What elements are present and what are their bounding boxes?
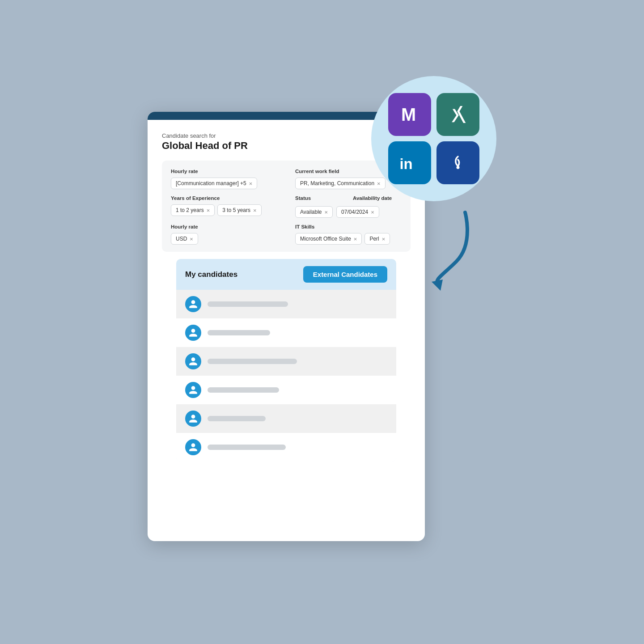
platform-monster[interactable]: M bbox=[388, 93, 431, 136]
indeed-icon bbox=[446, 151, 470, 174]
candidate-row bbox=[176, 318, 396, 347]
candidate-name-bar bbox=[208, 445, 286, 450]
candidates-header: My candidates External Candidates bbox=[176, 259, 396, 290]
filter-group-hourly-rate: Hourly rate [Communication manager] +5 × bbox=[171, 169, 277, 189]
filter-row-1: Hourly rate [Communication manager] +5 ×… bbox=[171, 169, 402, 189]
my-candidates-label: My candidates bbox=[185, 270, 303, 279]
tag-remove-icon[interactable]: × bbox=[190, 236, 193, 242]
avatar bbox=[185, 439, 201, 455]
platform-xing[interactable] bbox=[436, 93, 479, 136]
tag-availability-date[interactable]: 07/04/2024 × bbox=[336, 206, 379, 218]
tag-perl[interactable]: Perl × bbox=[364, 233, 390, 245]
candidate-row bbox=[176, 347, 396, 376]
tag-text: PR, Marketing, Communication bbox=[300, 180, 374, 186]
candidate-row bbox=[176, 433, 396, 462]
filter-row-2: Years of Experience 1 to 2 years × 3 to … bbox=[171, 195, 402, 218]
avatar bbox=[185, 353, 201, 369]
scene: Candidate search for Global Head of PR H… bbox=[148, 76, 496, 568]
arrow-container bbox=[429, 208, 483, 297]
platform-circle: M in bbox=[371, 76, 496, 201]
person-icon bbox=[188, 328, 198, 338]
tag-text: Available bbox=[300, 209, 322, 215]
candidate-name-bar bbox=[208, 301, 288, 307]
avatar bbox=[185, 382, 201, 398]
tag-remove-icon[interactable]: × bbox=[324, 209, 328, 215]
person-icon bbox=[188, 299, 198, 309]
filter-group-status-availability: Status Availability date Available × 07/… bbox=[295, 195, 402, 218]
tag-communication-manager[interactable]: [Communication manager] +5 × bbox=[171, 178, 257, 189]
tag-text: 1 to 2 years bbox=[176, 207, 204, 213]
tag-pr-marketing[interactable]: PR, Marketing, Communication × bbox=[295, 178, 386, 189]
candidate-row bbox=[176, 404, 396, 433]
tag-ms-office[interactable]: Microsoft Office Suite × bbox=[295, 233, 362, 245]
tag-usd[interactable]: USD × bbox=[171, 233, 198, 245]
tag-remove-icon[interactable]: × bbox=[354, 236, 357, 242]
candidate-name-bar bbox=[208, 330, 270, 335]
candidate-name-bar bbox=[208, 416, 266, 421]
candidate-list bbox=[176, 290, 396, 462]
arrow-icon bbox=[429, 208, 483, 297]
tag-text: [Communication manager] +5 bbox=[176, 180, 246, 186]
filter-label-experience: Years of Experience bbox=[171, 195, 277, 201]
candidate-row bbox=[176, 290, 396, 318]
candidates-section: My candidates External Candidates bbox=[176, 259, 396, 462]
filter-label-status: Status bbox=[295, 195, 344, 201]
svg-point-2 bbox=[457, 166, 460, 169]
linkedin-icon: in bbox=[398, 151, 421, 174]
filter-group-it-skills: IT Skills Microsoft Office Suite × Perl … bbox=[295, 224, 402, 245]
xing-icon bbox=[446, 103, 470, 126]
filter-row-3: Hourly rate USD × IT Skills Micros bbox=[171, 224, 402, 245]
filter-label-currency: Hourly rate bbox=[171, 224, 277, 229]
candidate-name-bar bbox=[208, 359, 297, 364]
external-candidates-button[interactable]: External Candidates bbox=[303, 266, 387, 283]
tag-3-5-years[interactable]: 3 to 5 years × bbox=[217, 204, 261, 216]
tag-remove-icon[interactable]: × bbox=[382, 236, 386, 242]
tag-remove-icon[interactable]: × bbox=[371, 209, 374, 215]
person-icon bbox=[188, 442, 198, 452]
avatar bbox=[185, 325, 201, 341]
svg-marker-3 bbox=[432, 280, 443, 291]
platform-linkedin[interactable]: in bbox=[388, 141, 431, 184]
status-availability-tags: Available × 07/04/2024 × bbox=[295, 206, 402, 218]
monster-icon: M bbox=[398, 103, 421, 126]
tag-remove-icon[interactable]: × bbox=[253, 208, 257, 213]
person-icon bbox=[188, 385, 198, 395]
filter-label-hourly-rate: Hourly rate bbox=[171, 169, 277, 174]
platform-grid: M in bbox=[375, 80, 493, 198]
tag-text: 3 to 5 years bbox=[222, 207, 250, 213]
tag-remove-icon[interactable]: × bbox=[207, 208, 210, 213]
filter-tags-currency: USD × bbox=[171, 233, 277, 245]
filter-section: Hourly rate [Communication manager] +5 ×… bbox=[162, 161, 411, 252]
avatar bbox=[185, 411, 201, 427]
filter-group-experience: Years of Experience 1 to 2 years × 3 to … bbox=[171, 195, 277, 218]
tag-remove-icon[interactable]: × bbox=[249, 181, 253, 186]
person-icon bbox=[188, 414, 198, 424]
tag-text: USD bbox=[176, 236, 187, 242]
candidate-row bbox=[176, 376, 396, 404]
tag-text: Perl bbox=[369, 236, 379, 242]
svg-text:M: M bbox=[401, 105, 416, 124]
person-icon bbox=[188, 356, 198, 366]
filter-group-currency: Hourly rate USD × bbox=[171, 224, 277, 245]
tag-text: 07/04/2024 bbox=[341, 209, 368, 215]
tag-1-2-years[interactable]: 1 to 2 years × bbox=[171, 204, 215, 216]
platform-indeed[interactable] bbox=[436, 141, 479, 184]
filter-label-it-skills: IT Skills bbox=[295, 224, 402, 229]
svg-text:in: in bbox=[399, 156, 412, 172]
avatar bbox=[185, 296, 201, 312]
tag-available[interactable]: Available × bbox=[295, 206, 333, 218]
filter-tags-hourly-rate: [Communication manager] +5 × bbox=[171, 178, 277, 189]
candidate-name-bar bbox=[208, 387, 279, 393]
filter-tags-it-skills: Microsoft Office Suite × Perl × bbox=[295, 233, 402, 245]
tag-text: Microsoft Office Suite bbox=[300, 236, 351, 242]
filter-tags-experience: 1 to 2 years × 3 to 5 years × bbox=[171, 204, 277, 216]
